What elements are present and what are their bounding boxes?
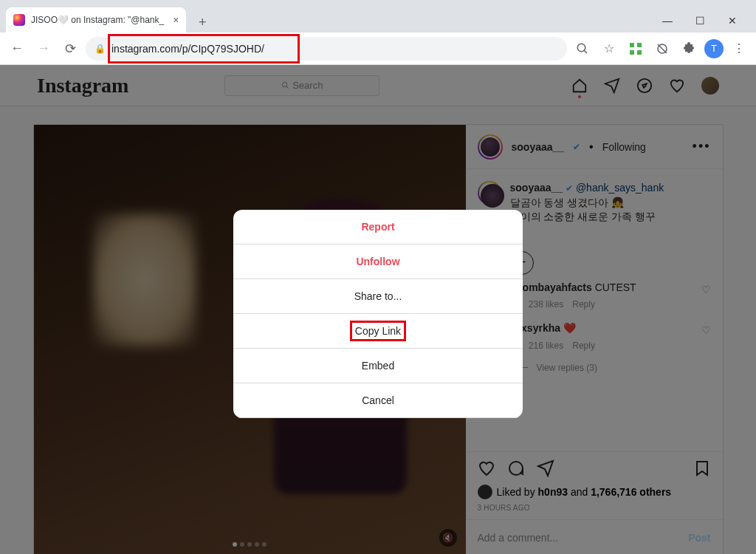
modal-unfollow[interactable]: Unfollow [233, 244, 523, 279]
new-tab-button[interactable]: + [192, 12, 213, 33]
url-text: instagram.com/p/CIpQ79SJOHD/ [111, 43, 264, 55]
profile-avatar[interactable]: T [704, 39, 724, 58]
chrome-menu-icon[interactable]: ⋮ [728, 38, 750, 60]
modal-report[interactable]: Report [233, 210, 523, 244]
svg-line-1 [584, 50, 587, 53]
modal-embed[interactable]: Embed [233, 349, 523, 383]
forward-button: → [32, 38, 55, 60]
svg-rect-5 [637, 50, 642, 55]
browser-titlebar: JISOO🤍 on Instagram: "@hank_ × + — ☐ ✕ [0, 0, 756, 33]
extension-icon-2[interactable] [651, 38, 673, 60]
maximize-button[interactable]: ☐ [691, 15, 709, 27]
modal-cancel[interactable]: Cancel [233, 383, 523, 418]
tab-title: JISOO🤍 on Instagram: "@hank_ [31, 15, 164, 25]
svg-rect-3 [637, 43, 642, 47]
window-controls: — ☐ ✕ [659, 15, 750, 33]
modal-share[interactable]: Share to... [233, 279, 523, 314]
browser-toolbar: ← → ⟳ 🔒 instagram.com/p/CIpQ79SJOHD/ ☆ T… [0, 33, 756, 65]
instagram-favicon [13, 14, 25, 26]
tab-close-icon[interactable]: × [173, 14, 179, 26]
modal-copy-link[interactable]: Copy Link [233, 314, 523, 349]
extensions-puzzle-icon[interactable] [678, 38, 700, 60]
bookmark-star-icon[interactable]: ☆ [598, 38, 620, 60]
back-button[interactable]: ← [6, 38, 28, 60]
options-modal: Report Unfollow Share to... Copy Link Em… [233, 210, 523, 418]
browser-tab[interactable]: JISOO🤍 on Instagram: "@hank_ × [6, 7, 186, 33]
minimize-button[interactable]: — [659, 15, 676, 27]
svg-point-0 [577, 44, 585, 52]
extension-icon-1[interactable] [625, 38, 647, 60]
svg-rect-4 [630, 50, 634, 55]
zoom-icon[interactable] [571, 38, 594, 60]
lock-icon: 🔒 [94, 44, 106, 54]
address-bar[interactable]: 🔒 instagram.com/p/CIpQ79SJOHD/ [86, 37, 567, 61]
reload-button[interactable]: ⟳ [59, 38, 81, 60]
svg-rect-2 [630, 43, 634, 47]
close-window-button[interactable]: ✕ [724, 15, 741, 27]
